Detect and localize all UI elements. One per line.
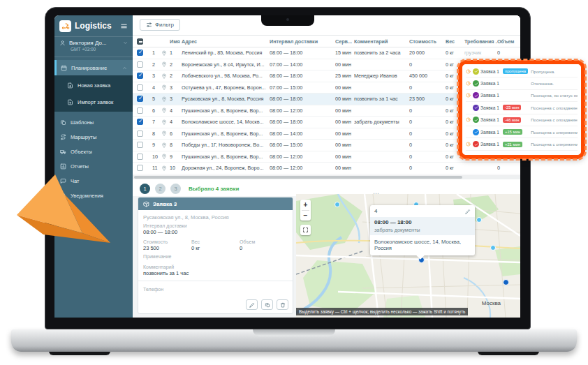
col-cost[interactable]: Стоимость <box>409 38 446 45</box>
zoom-in-button[interactable]: + <box>300 200 311 210</box>
map[interactable]: + − 4 08:00 — 18:00 забрать докуме <box>296 194 520 318</box>
row-checkbox[interactable] <box>137 107 143 114</box>
cell-name: 8 <box>170 142 182 148</box>
popup-edit-button[interactable] <box>465 209 471 214</box>
row-number: 8 <box>152 131 161 137</box>
col-volume[interactable]: Объем <box>497 38 520 45</box>
row-checkbox[interactable] <box>137 61 143 68</box>
table-row[interactable]: 11 10 Дорожная ул., 24, Воронеж, Воро...… <box>133 163 520 174</box>
col-name[interactable]: Имя ↑ <box>170 38 182 45</box>
cell-interval: 08:00 — 18:00 <box>270 73 335 79</box>
row-checkbox[interactable] <box>137 131 143 137</box>
map-popup: 4 08:00 — 18:00 забрать документы Волоко… <box>370 205 475 255</box>
cell-service: 00 мин <box>335 96 354 102</box>
page-button[interactable]: 2 <box>155 184 166 194</box>
check-icon <box>474 94 478 98</box>
cell-service: 00 мин <box>335 61 354 68</box>
map-marker[interactable] <box>476 217 482 223</box>
legend-order-label: Заявка 1 <box>480 93 503 98</box>
col-service[interactable]: Серв... <box>335 38 354 45</box>
cell-interval: 07:00 — 14:00 <box>270 61 335 68</box>
check-icon <box>474 69 478 73</box>
sidebar-item-reports[interactable]: Отчеты <box>54 159 133 174</box>
row-checkbox[interactable] <box>137 119 143 125</box>
status-dot-icon <box>473 80 479 87</box>
row-checkbox[interactable] <box>137 154 143 160</box>
map-marker[interactable] <box>335 202 340 207</box>
col-requirements[interactable]: Требования ... <box>464 38 497 45</box>
sidebar-item-label: Объекты <box>71 149 127 155</box>
col-interval[interactable]: Интервал доставки <box>270 38 335 45</box>
cell-cost: 0 <box>409 131 446 137</box>
cell-weight: 0 кг <box>446 165 464 171</box>
table-row[interactable]: 1 1 Ленинский пр., 85, Москва, Россия 08… <box>133 47 520 59</box>
delete-button[interactable] <box>277 299 288 310</box>
cell-interval: 08:00 — 15:00 <box>270 142 335 148</box>
page-button[interactable]: 3 <box>170 184 181 194</box>
check-icon <box>474 118 478 122</box>
map-fullscreen-button[interactable] <box>300 225 311 235</box>
sidebar-item-templates[interactable]: Шаблоны <box>54 115 133 130</box>
map-marker[interactable] <box>490 245 496 251</box>
sidebar-item-import-orders[interactable]: Импорт заявок <box>54 94 133 110</box>
cell-interval: 08:00 — 14:00 <box>270 131 335 137</box>
zoom-out-button[interactable]: − <box>300 210 311 221</box>
map-marker-selected[interactable] <box>503 279 509 285</box>
page-button[interactable]: 1 <box>140 184 150 194</box>
laptop-notch <box>261 15 314 26</box>
select-all-checkbox[interactable] <box>137 38 143 45</box>
horizontal-scrollbar[interactable] <box>133 175 520 179</box>
row-checkbox[interactable] <box>137 50 143 56</box>
cell-name: 3 <box>170 96 182 102</box>
doc-import-icon <box>67 99 73 105</box>
status-dot-icon <box>473 92 479 98</box>
doc-plus-icon <box>67 82 73 89</box>
detail-card-header: Заявка 3 <box>138 198 293 210</box>
cost-label: Стоимость <box>143 239 191 244</box>
sidebar-item-planning[interactable]: Планирование <box>54 60 133 75</box>
legend-row: Заявка 1 Посещена, но статус не указан. <box>466 90 578 102</box>
check-icon <box>474 130 478 134</box>
volume-label: Объем <box>240 239 288 244</box>
col-comment[interactable]: Комментарий <box>354 38 409 45</box>
row-number: 4 <box>152 84 161 91</box>
detail-address: Русаковская ул., 8, Москва, Россия <box>143 214 288 221</box>
edit-button[interactable] <box>246 299 258 310</box>
row-checkbox[interactable] <box>137 142 143 148</box>
cell-cost: 23 500 <box>409 96 446 102</box>
pin-icon <box>161 119 167 125</box>
camera-icon <box>286 18 289 21</box>
laptop-base <box>11 329 577 352</box>
sidebar-item-label: Новая заявка <box>78 82 127 89</box>
pin-icon <box>161 50 167 56</box>
cell-address: Пушкинская ул., 8, Воронеж, Вор... <box>182 154 270 160</box>
cell-interval: 08:00 — 18:00 <box>270 96 335 102</box>
pencil-icon <box>249 302 255 308</box>
row-checkbox[interactable] <box>137 73 143 79</box>
cell-service: 25 мин <box>335 73 354 79</box>
toolbar: Фильтр <box>133 15 520 36</box>
hamburger-icon[interactable] <box>120 22 128 30</box>
duplicate-button[interactable] <box>261 299 273 310</box>
col-weight[interactable]: Вес <box>446 38 464 45</box>
cell-interval: 08:00 — 18:00 <box>270 50 335 56</box>
pin-icon <box>161 61 167 67</box>
cell-service: 15 мин <box>335 50 354 56</box>
col-address[interactable]: Адрес <box>182 38 270 45</box>
scrollbar-thumb[interactable] <box>134 176 462 179</box>
panel-splitter[interactable]: ⋯ <box>373 190 380 197</box>
cell-name: 3 <box>170 84 182 91</box>
sidebar-item-objects[interactable]: Объекты <box>54 144 133 159</box>
row-checkbox[interactable] <box>137 84 143 91</box>
user-menu[interactable]: Виктория До... GMT +03:00 <box>54 36 133 57</box>
row-checkbox[interactable] <box>137 165 143 171</box>
popup-address: Волоколамское шоссе, 14, Москва, Россия <box>370 235 475 255</box>
legend-time-badge: пропущена <box>503 68 528 74</box>
sidebar-item-routes[interactable]: Маршруты <box>54 130 133 144</box>
sidebar-item-new-order[interactable]: Новая заявка <box>54 77 133 94</box>
sidebar: Logistics Виктория До... GMT +03:00 План… <box>54 15 133 318</box>
row-checkbox[interactable] <box>137 96 143 102</box>
filter-button[interactable]: Фильтр <box>140 19 180 31</box>
cell-comment: позвонить за 1 час <box>354 96 409 102</box>
legend-order-label: Заявка 1 <box>480 69 503 74</box>
